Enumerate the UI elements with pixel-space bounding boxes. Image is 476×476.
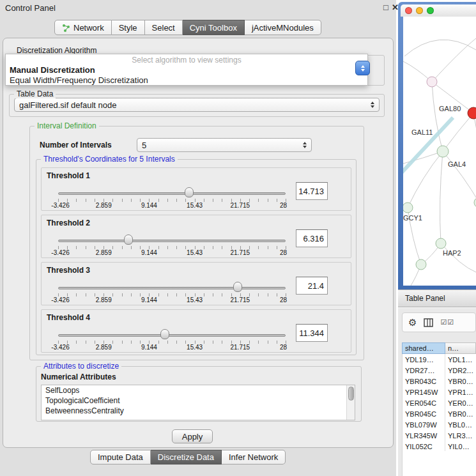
cell-shared-name[interactable]: YLR345W <box>402 430 445 441</box>
table-data-combo[interactable]: galFiltered.sif default node <box>14 98 380 112</box>
cell-name[interactable]: YDR2… <box>445 365 476 376</box>
node-gcy1[interactable] <box>403 203 413 213</box>
slider-tick-labels: -3.426 2.859 9.144 15.43 21.715 28 <box>58 202 286 210</box>
tab-impute-data[interactable]: Impute Data <box>90 450 151 464</box>
slider-tick-labels: -3.426 2.859 9.144 15.43 21.715 28 <box>58 296 286 304</box>
tab-label: Network <box>73 23 104 33</box>
settings-gear-icon[interactable]: ⚙ <box>408 317 417 328</box>
cell-shared-name[interactable]: YBL079W <box>402 419 445 430</box>
list-item[interactable]: TopologicalCoefficient <box>42 395 355 406</box>
apply-button[interactable]: Apply <box>172 429 213 443</box>
table-row[interactable]: YPR145WYPR1… <box>402 387 476 397</box>
cell-shared-name[interactable]: YIL052C <box>402 441 445 452</box>
cell-name[interactable]: YBR0… <box>445 376 476 387</box>
cell-name[interactable]: YBL0… <box>445 419 476 430</box>
zoom-traffic-light-icon[interactable] <box>427 7 434 14</box>
network-window-titlebar[interactable] <box>401 4 476 17</box>
network-view-canvas[interactable]: GAL80 GAL11 GAL4 GCY1 HAP2 <box>403 17 476 286</box>
cell-name[interactable]: YPR1… <box>445 387 476 397</box>
list-scrollbar[interactable] <box>346 385 355 420</box>
cell-name[interactable]: YDL1… <box>445 354 476 365</box>
node-label-gal80: GAL80 <box>439 105 461 112</box>
numerical-attributes-list[interactable]: SelfLoops TopologicalCoefficient Between… <box>41 385 355 420</box>
cell-shared-name[interactable]: YBR043C <box>402 376 445 387</box>
minimize-traffic-light-icon[interactable] <box>416 7 423 14</box>
column-header-shared-name[interactable]: shared… <box>402 342 445 354</box>
table-row[interactable]: YDL19…YDL1… <box>402 354 476 365</box>
tab-discretize-data[interactable]: Discretize Data <box>151 450 222 464</box>
node-label-gcy1: GCY1 <box>403 214 422 222</box>
number-of-intervals-combo[interactable]: 5 <box>137 138 312 152</box>
tick-label: 9.144 <box>141 202 157 209</box>
node-hap2[interactable] <box>436 238 446 249</box>
table-row[interactable]: YBR045CYBR0… <box>402 408 476 419</box>
table-row[interactable]: YLR345WYLR3… <box>402 430 476 441</box>
scrollbar-thumb[interactable] <box>348 387 354 401</box>
table-row[interactable]: YIL052CYIL0… <box>402 441 476 452</box>
cell-name[interactable]: YBR0… <box>445 408 476 419</box>
minimize-window-icon[interactable]: □ <box>383 3 388 12</box>
threshold-value-field[interactable]: 14.713 <box>296 182 328 200</box>
row-select-icons[interactable]: ☑☑ <box>440 318 454 326</box>
tab-style[interactable]: Style <box>112 20 145 35</box>
tick-label: 21.715 <box>231 344 250 351</box>
numerical-attributes-label: Numerical Attributes <box>41 372 116 381</box>
node-selected-red[interactable] <box>468 107 476 119</box>
table-row[interactable]: YDR27…YDR2… <box>402 365 476 376</box>
threshold-label: Threshold 3 <box>47 266 90 275</box>
node[interactable] <box>427 77 437 87</box>
column-chooser-icon[interactable] <box>424 318 433 327</box>
column-header-name[interactable]: n… <box>445 342 476 354</box>
slider-thumb[interactable] <box>160 329 169 339</box>
top-tab-bar: Network Style Select Cyni Toolbox jActiv… <box>54 20 321 35</box>
tab-cyni-toolbox[interactable]: Cyni Toolbox <box>183 20 245 35</box>
tab-select[interactable]: Select <box>145 20 183 35</box>
slider-thumb[interactable] <box>185 187 194 197</box>
tick-label: 28 <box>280 296 287 303</box>
tab-infer-network[interactable]: Infer Network <box>222 450 286 464</box>
table-row[interactable]: YBR043CYBR0… <box>402 376 476 387</box>
tick-label: 28 <box>280 344 287 351</box>
dropdown-placeholder-item[interactable]: Select algorithm to view settings <box>6 54 367 65</box>
tick-label: -3.426 <box>51 296 69 303</box>
dropdown-option-manual-discretization[interactable]: Manual Discretization <box>6 65 367 75</box>
cell-name[interactable]: YIL0… <box>445 441 476 452</box>
tick-label: 15.43 <box>187 344 203 351</box>
cell-name[interactable]: YER0… <box>445 397 476 408</box>
tick-label: 9.144 <box>141 296 157 303</box>
threshold-value-field[interactable]: 11.344 <box>296 324 328 342</box>
tick-label: -3.426 <box>51 344 69 351</box>
node[interactable] <box>416 259 426 270</box>
threshold-label: Threshold 1 <box>47 171 90 180</box>
dropdown-option-equal-width[interactable]: Equal Width/Frequency Discretization <box>6 75 367 85</box>
combo-updown-icon <box>371 102 374 108</box>
threshold-value-field[interactable]: 21.4 <box>296 277 328 295</box>
cell-shared-name[interactable]: YBR045C <box>402 408 445 419</box>
cell-shared-name[interactable]: YDR27… <box>402 365 445 376</box>
tick-label: 21.715 <box>231 296 250 303</box>
list-item[interactable]: BetweennessCentrality <box>42 406 355 416</box>
node-table: shared… n… YDL19…YDL1… YDR27…YDR2… YBR04… <box>402 342 476 452</box>
node-gal4[interactable] <box>437 146 449 157</box>
node-label-gal4: GAL4 <box>448 160 466 168</box>
threshold-value-field[interactable]: 6.316 <box>296 229 328 247</box>
node-label-hap2: HAP2 <box>443 249 461 257</box>
cell-name[interactable]: YLR3… <box>445 430 476 441</box>
window-title: Control Panel <box>5 3 56 13</box>
attributes-group-label: Attributes to discretize <box>41 362 121 371</box>
slider-thumb[interactable] <box>124 234 133 245</box>
tab-jactivemnodules[interactable]: jActiveMNodules <box>245 20 321 35</box>
tab-network[interactable]: Network <box>54 20 112 35</box>
tick-label: 2.859 <box>96 249 112 256</box>
table-row[interactable]: YER054CYER0… <box>402 397 476 408</box>
slider-thumb[interactable] <box>233 282 242 292</box>
table-row[interactable]: YBL079WYBL0… <box>402 419 476 430</box>
tick-label: -3.426 <box>51 202 69 209</box>
cell-shared-name[interactable]: YPR145W <box>402 387 445 397</box>
tick-label: 15.43 <box>187 249 203 256</box>
algorithm-combo-button[interactable] <box>355 61 370 75</box>
close-traffic-light-icon[interactable] <box>405 7 412 14</box>
cell-shared-name[interactable]: YER054C <box>402 397 445 408</box>
list-item[interactable]: SelfLoops <box>42 385 355 395</box>
cell-shared-name[interactable]: YDL19… <box>402 354 445 365</box>
